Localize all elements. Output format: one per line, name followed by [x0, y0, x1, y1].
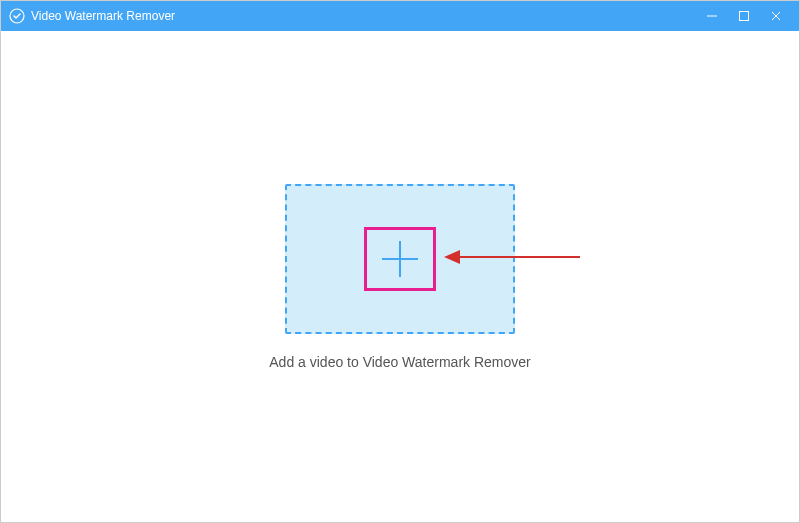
titlebar: Video Watermark Remover: [1, 1, 799, 31]
app-logo-icon: [9, 8, 25, 24]
app-title: Video Watermark Remover: [31, 9, 175, 23]
window-controls: [703, 7, 791, 25]
svg-rect-2: [740, 12, 749, 21]
instruction-text: Add a video to Video Watermark Remover: [269, 354, 530, 370]
app-window: Video Watermark Remover: [0, 0, 800, 523]
main-content: Add a video to Video Watermark Remover: [1, 31, 799, 522]
annotation-arrow-icon: [442, 247, 582, 271]
minimize-button[interactable]: [703, 7, 721, 25]
close-button[interactable]: [767, 7, 785, 25]
add-video-dropzone[interactable]: [285, 184, 515, 334]
plus-icon: [378, 237, 422, 281]
add-video-plus: [372, 231, 428, 287]
titlebar-left: Video Watermark Remover: [9, 8, 175, 24]
maximize-button[interactable]: [735, 7, 753, 25]
svg-marker-8: [444, 250, 460, 264]
